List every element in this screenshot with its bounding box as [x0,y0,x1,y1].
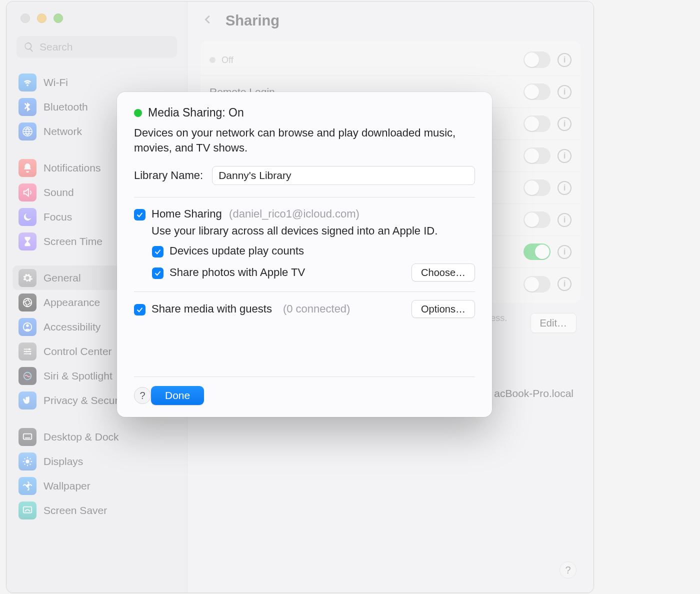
person-icon [18,318,36,336]
home-sharing-checkbox[interactable] [134,209,146,220]
flower-icon [18,477,36,495]
row-toggle[interactable] [524,276,550,292]
sidebar-item-displays[interactable]: Displays [12,449,181,474]
svg-rect-8 [25,437,30,438]
bell-icon [18,159,36,177]
bluetooth-icon [18,98,36,116]
info-button[interactable]: i [558,181,572,195]
modal-help-button[interactable]: ? [134,387,151,404]
check-icon [154,248,162,256]
row-toggle[interactable] [524,52,550,68]
sidebar-item-label: Screen Time [44,236,102,248]
chevron-left-icon [202,14,214,25]
fullscreen-window-icon[interactable] [54,14,63,23]
page-help-button[interactable]: ? [560,562,576,578]
sidebar-item-label: Bluetooth [44,101,88,113]
sidebar-item-label: Network [44,126,82,138]
info-button[interactable]: i [558,245,572,259]
sidebar-item-label: Desktop & Dock [44,431,119,443]
done-button[interactable]: Done [151,386,204,405]
svg-point-5 [30,352,32,354]
row-toggle[interactable] [524,116,550,132]
info-button[interactable]: i [558,53,572,67]
row-toggle[interactable] [524,212,550,228]
divider [134,292,475,292]
check-icon [136,306,144,314]
svg-point-3 [28,348,30,350]
library-name-input[interactable] [212,166,475,185]
sliders-icon [18,342,36,360]
search-placeholder: Search [40,41,73,53]
modal-title: Media Sharing: On [148,106,244,120]
info-button[interactable]: i [558,277,572,291]
home-sharing-desc: Use your library across all devices sign… [152,224,438,238]
sidebar-item-label: Privacy & Security [44,394,128,406]
sidebar-item-label: Accessibility [44,321,100,333]
share-photos-checkbox[interactable] [152,268,164,279]
dock-icon [18,428,36,446]
svg-point-0 [24,298,32,306]
play-counts-label: Devices update play counts [170,244,304,258]
row-toggle[interactable] [524,180,550,196]
local-hostname-tail: acBook-Pro.local [494,388,574,400]
sidebar-item-wallpaper[interactable]: Wallpaper [12,474,181,498]
help-icon: ? [560,562,576,578]
sidebar-item-label: Siri & Spotlight [44,370,112,382]
back-button[interactable] [202,14,216,28]
share-photos-label: Share photos with Apple TV [170,266,305,279]
info-button[interactable]: i [558,213,572,227]
row-sublabel: Off [222,55,524,66]
home-sharing-account: (daniel_rico1@icloud.com) [229,208,360,220]
check-icon [154,270,162,277]
row-label: Off [222,54,524,66]
sidebar-item-label: General [44,272,81,284]
close-window-icon[interactable] [20,14,30,23]
guests-options-button[interactable]: Options… [412,300,475,318]
sidebar-item-wi-fi[interactable]: Wi-Fi [12,70,181,94]
info-button[interactable]: i [558,149,572,163]
row-toggle[interactable] [524,148,550,164]
check-icon [136,211,144,218]
sidebar-item-label: Control Center [44,346,112,358]
sidebar-item-label: Wi-Fi [44,76,68,88]
sidebar-item-screen-saver[interactable]: Screen Saver [12,498,181,522]
page-title: Sharing [226,12,280,29]
home-sharing-label: Home Sharing [152,208,222,220]
sidebar-item-label: Appearance [44,296,100,308]
sun-icon [18,452,36,470]
sidebar-item-label: Notifications [44,162,100,174]
wifi-icon [18,74,36,92]
hourglass-icon [18,232,36,250]
edit-hostname-button[interactable]: Edit… [530,313,576,333]
svg-rect-7 [24,434,32,439]
sidebar-item-desktop-dock[interactable]: Desktop & Dock [12,424,181,449]
sidebar-item-label: Displays [44,456,83,468]
header: Sharing [188,2,594,35]
row-toggle[interactable] [524,84,550,100]
speaker-icon [18,184,36,202]
modal-description: Devices on your network can browse and p… [134,126,475,155]
media-sharing-modal: Media Sharing: On Devices on your networ… [117,92,492,417]
window-controls [6,2,187,23]
sidebar-item-label: Focus [44,211,72,223]
share-guests-label: Share media with guests [152,302,272,316]
svg-point-9 [26,460,29,463]
minimize-window-icon[interactable] [37,14,46,23]
share-guests-checkbox[interactable] [134,304,146,316]
system-settings-window: Search Wi-FiBluetoothNetworkNotification… [6,1,594,593]
play-counts-checkbox[interactable] [152,246,164,258]
info-button[interactable]: i [558,117,572,131]
siri-icon [18,367,36,385]
info-button[interactable]: i [558,85,572,99]
divider [134,197,475,198]
sharing-row: Offi [200,44,580,76]
search-input[interactable]: Search [16,36,177,58]
aperture-icon [18,294,36,312]
svg-point-2 [26,324,29,327]
screensaver-icon [18,502,36,520]
choose-photos-button[interactable]: Choose… [412,264,475,282]
row-toggle[interactable] [524,244,550,260]
status-dot-icon [210,57,216,63]
sidebar-item-label: Screen Saver [44,504,107,516]
globe-icon [18,122,36,140]
